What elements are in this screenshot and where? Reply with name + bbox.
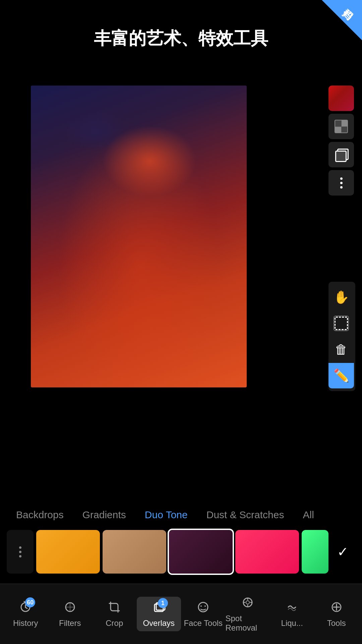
svg-point-5 [204, 605, 206, 607]
overlays-label: Overlays [143, 619, 175, 628]
svg-point-4 [200, 605, 202, 607]
category-tab-all[interactable]: All [293, 506, 323, 524]
category-tab-dust-scratches[interactable]: Dust & Scratches [197, 506, 294, 524]
overlays-icon: 1 [152, 600, 166, 616]
eyedropper-icon: ✏️ [334, 368, 349, 383]
spot-removal-icon [241, 595, 255, 612]
category-tab-gradients[interactable]: Gradients [73, 506, 135, 524]
main-image [31, 86, 247, 387]
checkerboard-button[interactable] [328, 114, 354, 139]
dots-swatch-icon [19, 546, 21, 557]
filters-label: Filters [59, 619, 81, 628]
crop-icon [107, 600, 121, 616]
transform-icon [335, 317, 348, 330]
dots-vertical-icon [340, 177, 343, 189]
filters-icon [63, 600, 77, 616]
hand-icon: ✋ [334, 290, 349, 305]
history-icon: 60 [18, 600, 33, 616]
swatch-hot-pink[interactable] [235, 530, 299, 574]
color-swatch-button[interactable] [328, 86, 354, 111]
delete-button[interactable]: 🗑 [328, 337, 354, 362]
page-title: 丰富的艺术、特效工具 [0, 27, 362, 50]
transform-button[interactable] [328, 311, 354, 336]
svg-point-3 [198, 602, 208, 612]
right-float-panel: ✋ 🗑 ✏️ [328, 282, 355, 391]
swatch-dots[interactable] [7, 530, 34, 574]
face-tools-label: Face Tools [184, 619, 223, 628]
category-tab-duo-tone[interactable]: Duo Tone [135, 506, 197, 524]
liquify-icon [285, 600, 299, 616]
nav-item-overlays[interactable]: 1 Overlays [137, 597, 181, 631]
nav-item-spot-removal[interactable]: Spot Removal [226, 592, 270, 636]
liquify-label: Liqu... [281, 619, 303, 628]
nav-item-history[interactable]: 60 History [3, 597, 48, 631]
nav-item-crop[interactable]: Crop [92, 597, 137, 631]
right-toolbar [328, 86, 355, 196]
svg-point-7 [246, 601, 249, 604]
category-bar: Backdrops Gradients Duo Tone Dust & Scra… [0, 503, 362, 527]
duplicate-icon [335, 149, 347, 161]
eyedropper-button[interactable]: ✏️ [328, 363, 354, 388]
checker-icon [335, 120, 348, 133]
bottom-nav: 60 History Filters Crop 1 [0, 584, 362, 644]
crop-label: Crop [106, 619, 123, 628]
swatch-confirm-button[interactable]: ✓ [331, 530, 355, 574]
corner-badge-text: 扫码 [352, 2, 361, 11]
trash-icon: 🗑 [335, 342, 348, 357]
history-badge: 60 [25, 597, 35, 607]
duplicate-button[interactable] [328, 142, 354, 167]
spot-removal-label: Spot Removal [226, 614, 270, 633]
hand-tool-button[interactable]: ✋ [328, 284, 354, 310]
history-label: History [13, 619, 38, 628]
overlays-badge: 1 [158, 598, 168, 608]
nav-item-tools[interactable]: Tools [314, 597, 359, 631]
tools-label: Tools [327, 619, 346, 628]
nav-item-liquify[interactable]: Liqu... [270, 597, 314, 631]
swatch-orange[interactable] [36, 530, 100, 574]
face-tools-icon [196, 600, 210, 616]
more-options-button[interactable] [328, 170, 354, 196]
swatches-row: ✓ [0, 527, 362, 577]
swatch-green[interactable] [302, 530, 328, 574]
category-tab-backdrops[interactable]: Backdrops [7, 506, 73, 524]
swatch-dark-red[interactable] [169, 530, 233, 574]
nav-item-face-tools[interactable]: Face Tools [181, 597, 226, 631]
tools-icon [329, 600, 344, 616]
nav-item-filters[interactable]: Filters [48, 597, 93, 631]
swatch-tan[interactable] [103, 530, 166, 574]
